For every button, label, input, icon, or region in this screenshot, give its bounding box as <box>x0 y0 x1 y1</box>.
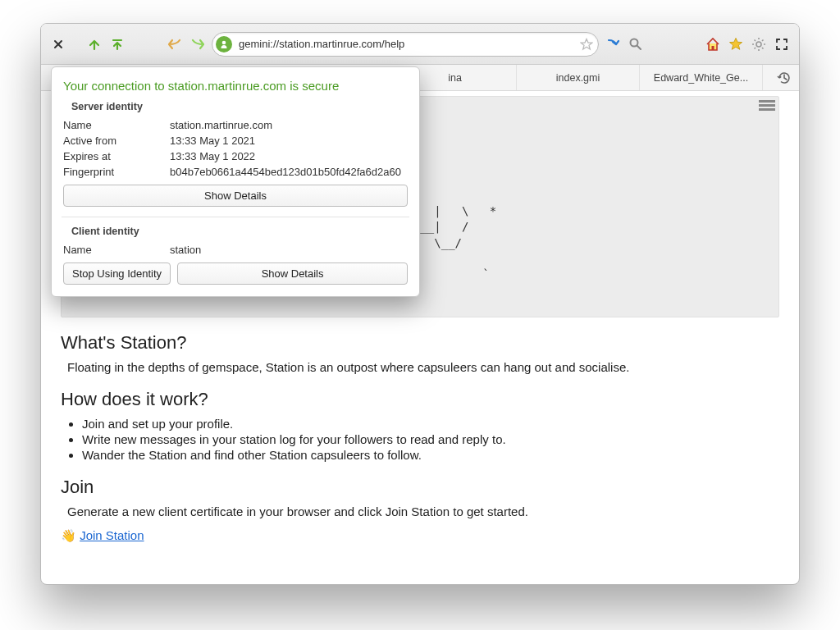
client-name-value: station <box>170 244 408 256</box>
server-fingerprint-value: b04b7eb0661a4454bed123d01b50fd42fa6d2a60 <box>170 166 408 178</box>
client-identity-heading: Client identity <box>71 226 408 237</box>
list-item: Wander the Station and find other Statio… <box>82 448 779 462</box>
site-identity-popover: Your connection to station.martinrue.com… <box>51 66 420 297</box>
divider <box>62 217 409 217</box>
join-link-row: 👋 Join Station <box>61 528 779 543</box>
server-name-label: Name <box>63 119 170 131</box>
back-icon[interactable] <box>166 35 184 53</box>
url-bar[interactable] <box>212 32 599 57</box>
how-list: Join and set up your profile. Write new … <box>67 417 779 462</box>
forward-icon[interactable] <box>189 35 207 53</box>
svg-point-3 <box>756 42 761 47</box>
close-icon[interactable] <box>49 35 67 53</box>
hamburger-icon[interactable] <box>759 100 775 113</box>
heading-join: Join <box>61 477 779 498</box>
search-icon[interactable] <box>627 35 645 53</box>
svg-point-0 <box>222 40 226 44</box>
toolbar <box>41 24 799 65</box>
site-identity-icon[interactable] <box>216 36 232 52</box>
join-station-link[interactable]: Join Station <box>80 528 144 542</box>
heading-what: What's Station? <box>61 332 779 354</box>
paragraph-join: Generate a new client certificate in you… <box>67 504 779 518</box>
server-expires-label: Expires at <box>63 150 170 162</box>
tab-2[interactable]: index.gmi <box>517 65 640 90</box>
server-active-label: Active from <box>63 135 170 147</box>
browser-window: ina index.gmi Edward_White_Ge... * _____… <box>40 23 800 585</box>
wave-emoji-icon: 👋 <box>61 528 76 542</box>
paragraph-what: Floating in the depths of gemspace, Stat… <box>67 360 779 374</box>
server-expires-value: 13:33 May 1 2022 <box>170 150 408 162</box>
list-item: Join and set up your profile. <box>82 417 779 431</box>
download-icon[interactable] <box>604 35 622 53</box>
gear-icon[interactable] <box>750 35 768 53</box>
server-identity-heading: Server identity <box>71 101 408 112</box>
upload-top-icon[interactable] <box>108 35 126 53</box>
history-icon[interactable] <box>769 65 799 90</box>
client-name-label: Name <box>63 244 170 256</box>
tab-3[interactable]: Edward_White_Ge... <box>640 65 763 90</box>
server-fingerprint-label: Fingerprint <box>63 166 170 178</box>
star-outline-icon[interactable] <box>580 38 593 51</box>
upload-up-icon[interactable] <box>85 35 103 53</box>
client-show-details-button[interactable]: Show Details <box>177 262 408 285</box>
popover-title: Your connection to station.martinrue.com… <box>63 79 408 93</box>
svg-rect-2 <box>712 46 714 50</box>
list-item: Write new messages in your station log f… <box>82 432 779 446</box>
fullscreen-icon[interactable] <box>773 35 791 53</box>
server-active-value: 13:33 May 1 2021 <box>170 135 408 147</box>
stop-using-identity-button[interactable]: Stop Using Identity <box>63 262 171 285</box>
server-show-details-button[interactable]: Show Details <box>63 185 408 207</box>
home-icon[interactable] <box>704 35 722 53</box>
server-name-value: station.martinrue.com <box>170 119 408 131</box>
heading-how: How does it work? <box>61 389 779 410</box>
bookmark-star-icon[interactable] <box>727 35 745 53</box>
url-input[interactable] <box>237 37 575 51</box>
